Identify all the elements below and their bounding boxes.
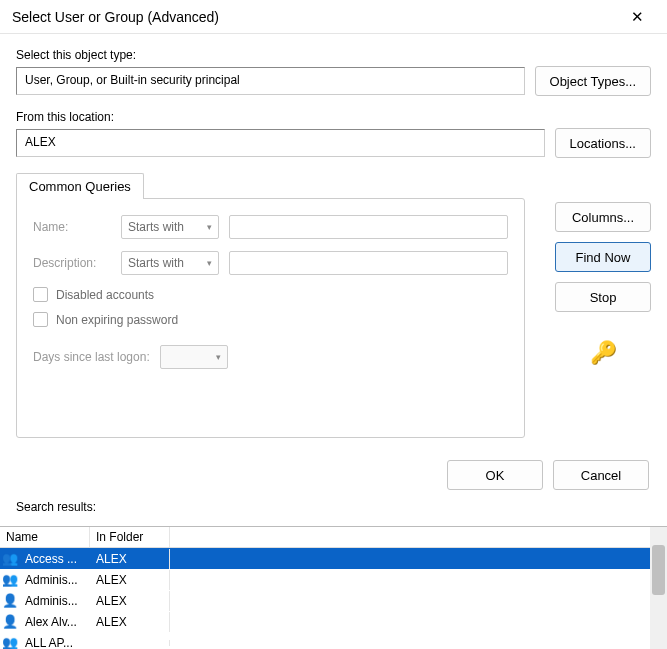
object-type-label: Select this object type: [16, 48, 651, 62]
table-row[interactable]: 👤Adminis...ALEX [0, 590, 667, 611]
cell-name: Adminis... [19, 570, 90, 590]
object-types-button[interactable]: Object Types... [535, 66, 651, 96]
description-input[interactable] [229, 251, 508, 275]
search-results-label: Search results: [16, 500, 651, 514]
group-icon: 👥 [0, 635, 19, 649]
cell-folder: ALEX [90, 570, 170, 590]
results-header: Name In Folder [0, 527, 667, 548]
window-title: Select User or Group (Advanced) [12, 9, 617, 25]
chevron-down-icon: ▾ [207, 258, 212, 268]
disabled-accounts-label: Disabled accounts [56, 288, 154, 302]
results-list: Name In Folder 👥Access ...ALEX👥Adminis..… [0, 526, 667, 649]
cell-folder: ALEX [90, 591, 170, 611]
column-name[interactable]: Name [0, 527, 90, 547]
cell-name: Adminis... [19, 591, 90, 611]
description-match-combo[interactable]: Starts with ▾ [121, 251, 219, 275]
stop-button[interactable]: Stop [555, 282, 651, 312]
non-expiring-checkbox[interactable] [33, 312, 48, 327]
columns-button[interactable]: Columns... [555, 202, 651, 232]
table-row[interactable]: 👥Adminis...ALEX [0, 569, 667, 590]
chevron-down-icon: ▾ [207, 222, 212, 232]
cell-name: Access ... [19, 549, 90, 569]
description-label: Description: [33, 256, 111, 270]
queries-panel: Name: Starts with ▾ Description: Starts … [16, 198, 525, 438]
close-icon: ✕ [631, 8, 644, 25]
cell-folder: ALEX [90, 549, 170, 569]
days-since-logon-label: Days since last logon: [33, 350, 150, 364]
tab-common-queries[interactable]: Common Queries [16, 173, 144, 199]
chevron-down-icon: ▾ [216, 352, 221, 362]
cell-folder [90, 640, 170, 646]
location-label: From this location: [16, 110, 651, 124]
cancel-button[interactable]: Cancel [553, 460, 649, 490]
name-match-combo[interactable]: Starts with ▾ [121, 215, 219, 239]
disabled-accounts-checkbox[interactable] [33, 287, 48, 302]
table-row[interactable]: 👥ALL AP... [0, 632, 667, 649]
cell-name: ALL AP... [19, 633, 90, 650]
object-type-field[interactable]: User, Group, or Built-in security princi… [16, 67, 525, 95]
group-icon: 👥 [0, 572, 19, 587]
locations-button[interactable]: Locations... [555, 128, 652, 158]
column-folder[interactable]: In Folder [90, 527, 170, 547]
cell-name: Alex Alv... [19, 612, 90, 632]
find-now-button[interactable]: Find Now [555, 242, 651, 272]
group-icon: 👥 [0, 551, 19, 566]
user-icon: 👤 [0, 593, 19, 608]
user-icon: 👤 [0, 614, 19, 629]
search-keys-icon: 🔑 [590, 340, 617, 366]
days-since-logon-combo: ▾ [160, 345, 228, 369]
name-match-value: Starts with [128, 220, 184, 234]
ok-button[interactable]: OK [447, 460, 543, 490]
non-expiring-label: Non expiring password [56, 313, 178, 327]
titlebar: Select User or Group (Advanced) ✕ [0, 0, 667, 34]
close-button[interactable]: ✕ [617, 2, 657, 32]
name-label: Name: [33, 220, 111, 234]
name-input[interactable] [229, 215, 508, 239]
location-field[interactable]: ALEX [16, 129, 545, 157]
scrollbar[interactable] [650, 527, 667, 649]
scroll-thumb[interactable] [652, 545, 665, 595]
description-match-value: Starts with [128, 256, 184, 270]
table-row[interactable]: 👥Access ...ALEX [0, 548, 667, 569]
cell-folder: ALEX [90, 612, 170, 632]
table-row[interactable]: 👤Alex Alv...ALEX [0, 611, 667, 632]
